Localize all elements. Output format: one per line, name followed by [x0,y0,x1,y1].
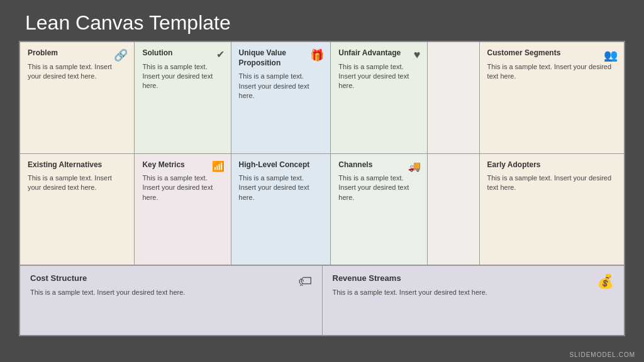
uvp-cell: Unique Value Proposition 🎁 This is a sam… [231,42,331,153]
revenue-cell: Revenue Streams 💰 This is a sample text.… [323,266,625,335]
channels-icon: 🚚 [408,160,421,172]
cost-icon: 🏷 [298,273,312,290]
metrics-text: This is a sample text. Insert your desir… [142,173,223,202]
revenue-icon: 💰 [597,273,614,290]
cost-title: Cost Structure [30,273,312,283]
customer-cell: Customer Segments 👥 This is a sample tex… [480,42,624,154]
unfair-text: This is a sample text. Insert your desir… [338,62,419,91]
problem-icon: 🔗 [114,48,128,62]
problem-text: This is a sample text. Insert your desir… [28,62,126,82]
cost-cell: Cost Structure 🏷 This is a sample text. … [20,266,323,335]
highlevel-title: High-Level Concept [239,160,323,170]
metrics-title: Key Metrics [142,160,223,170]
channels-text: This is a sample text. Insert your desir… [338,173,419,202]
channels-cell: Channels 🚚 This is a sample text. Insert… [331,154,427,265]
existing-text: This is a sample text. Insert your desir… [28,173,126,193]
metrics-icon: 📶 [212,160,225,172]
unfair-icon: ♥ [414,48,421,62]
revenue-text: This is a sample text. Insert your desir… [333,288,614,297]
uvp-text: This is a sample text. Insert your desir… [239,72,323,101]
bottom-row: Cost Structure 🏷 This is a sample text. … [20,266,624,335]
solution-cell: Solution ✔ This is a sample text. Insert… [135,42,231,153]
highlevel-cell: High-Level Concept This is a sample text… [231,154,331,265]
right-column: Customer Segments 👥 This is a sample tex… [479,42,624,265]
existing-cell: Existing Alternatives This is a sample t… [20,154,134,265]
customer-title: Customer Segments [487,48,616,58]
early-cell: Early Adopters This is a sample text. In… [480,154,624,265]
early-text: This is a sample text. Insert your desir… [487,173,616,193]
unfair-cell: Unfair Advantage ♥ This is a sample text… [331,42,427,153]
early-title: Early Adopters [487,160,616,170]
revenue-title: Revenue Streams [333,273,614,283]
lower-middle-row: Key Metrics 📶 This is a sample text. Ins… [135,154,479,265]
problem-cell: Problem 🔗 This is a sample text. Insert … [20,42,134,154]
unfair-title: Unfair Advantage [338,48,419,58]
upper-middle-row: Solution ✔ This is a sample text. Insert… [135,42,479,154]
solution-icon: ✔ [216,48,225,60]
canvas-container: Problem 🔗 This is a sample text. Insert … [19,41,625,336]
solution-title: Solution [142,48,223,58]
metrics-cell: Key Metrics 📶 This is a sample text. Ins… [135,154,231,265]
page-title: Lean Canvas Template [0,0,644,41]
problem-title: Problem [28,48,126,58]
cost-text: This is a sample text. Insert your desir… [30,288,312,297]
left-column: Problem 🔗 This is a sample text. Insert … [20,42,135,265]
credit-text: SLIDEMODEL.COM [569,351,635,358]
channels-title: Channels [338,160,419,170]
uvp-icon: 🎁 [310,48,324,62]
solution-text: This is a sample text. Insert your desir… [142,62,223,91]
highlevel-text: This is a sample text. Insert your desir… [239,173,323,202]
existing-title: Existing Alternatives [28,160,126,170]
middle-section: Solution ✔ This is a sample text. Insert… [135,42,479,265]
customer-icon: 👥 [604,48,618,62]
customer-text: This is a sample text. Insert your desir… [487,62,616,82]
